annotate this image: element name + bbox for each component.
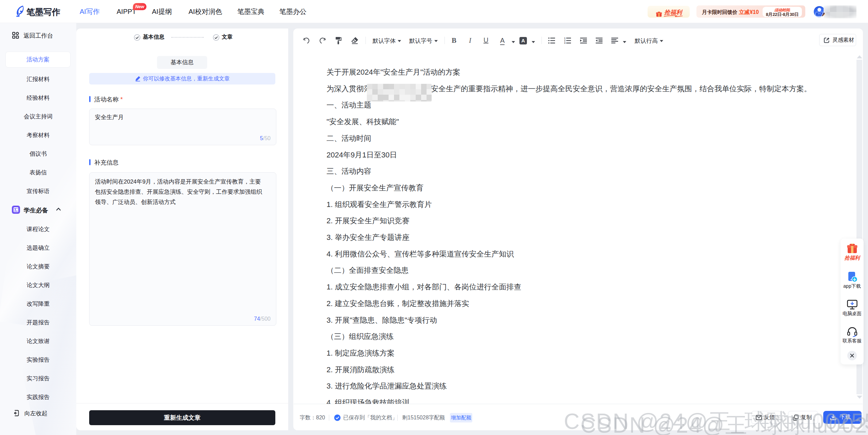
svg-text:3: 3 bbox=[564, 42, 566, 44]
svg-text:2: 2 bbox=[564, 39, 566, 42]
svg-text:1: 1 bbox=[564, 37, 566, 39]
